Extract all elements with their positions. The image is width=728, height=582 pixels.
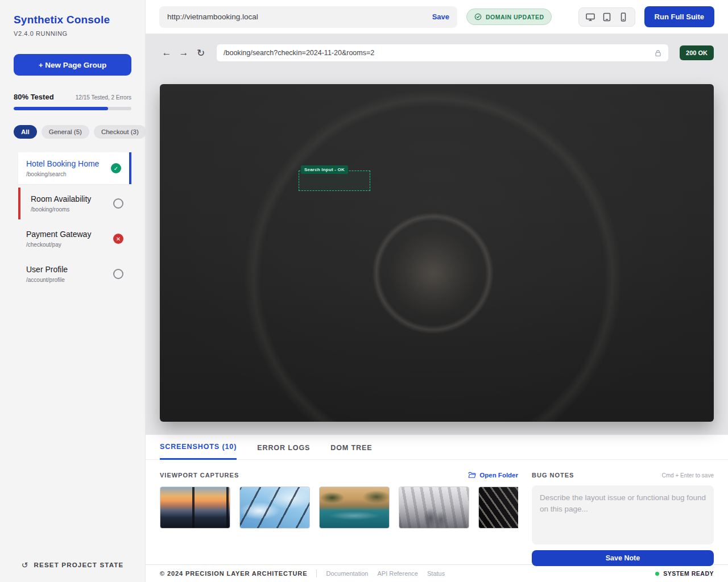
thumbnail-dark-building-stripes[interactable] <box>478 487 518 529</box>
back-icon[interactable]: ← <box>160 44 173 61</box>
page-item-path: /checkout/pay <box>26 242 91 248</box>
new-page-group-button[interactable]: + New Page Group <box>14 54 131 76</box>
thumbnail-city-skyline-sunset[interactable] <box>160 487 230 529</box>
domain-updated-label: DOMAIN UPDATED <box>486 14 544 20</box>
page-list: Hotel Booking Home /booking/search ✓ Roo… <box>14 152 136 290</box>
footer: © 2024 PRECISION LAYER ARCHITECTURE Docu… <box>146 564 728 582</box>
bug-notes-title: BUG NOTES <box>532 472 574 479</box>
desktop-icon[interactable] <box>585 12 595 22</box>
page-item-title: Hotel Booking Home <box>26 159 99 168</box>
page-screenshot-preview: Search Input - OK <box>160 84 714 422</box>
status-passed-icon: ✓ <box>111 163 121 173</box>
test-annotation-box: Search Input - OK <box>299 171 370 191</box>
filter-all[interactable]: All <box>14 125 37 139</box>
refresh-icon[interactable]: ↻ <box>194 44 208 61</box>
footer-link-status[interactable]: Status <box>427 570 445 577</box>
page-item-path: /booking/rooms <box>31 206 91 213</box>
progress-detail: 12/15 Tested, 2 Errors <box>76 94 131 101</box>
page-item-hotel-booking-home[interactable]: Hotel Booking Home /booking/search ✓ <box>18 152 131 184</box>
reset-label: RESET PROJECT STATE <box>34 562 124 568</box>
thumbnail-glass-facade-sky[interactable] <box>239 487 310 529</box>
thumbnail-hotel-pool-courtyard[interactable] <box>319 487 390 529</box>
sidebar: Synthetix Console V2.4.0 RUNNING + New P… <box>0 0 146 582</box>
device-preview-switcher <box>578 7 635 27</box>
filter-chips: All General (5) Checkout (3) <box>14 125 131 139</box>
domain-url-box: Save <box>159 6 457 28</box>
lock-icon <box>655 49 661 57</box>
tablet-icon[interactable] <box>602 12 612 22</box>
page-item-path: /booking/search <box>26 171 99 177</box>
system-status-label: SYSTEM READY <box>663 570 714 577</box>
app-title: Synthetix Console <box>14 14 136 26</box>
main-area: Save DOMAIN UPDATED <box>146 0 728 582</box>
page-item-room-availability[interactable]: Room Availability /booking/rooms <box>18 188 131 219</box>
progress-bar <box>14 107 131 110</box>
forward-icon[interactable]: → <box>177 44 191 61</box>
browser-preview-region: ← → ↻ 200 OK Search Input - OK <box>146 34 728 435</box>
app-window: Synthetix Console V2.4.0 RUNNING + New P… <box>0 0 728 582</box>
open-folder-label: Open Folder <box>479 472 518 479</box>
save-note-button[interactable]: Save Note <box>532 550 714 566</box>
footer-link-api-reference[interactable]: API Reference <box>377 570 418 577</box>
domain-url-input[interactable] <box>167 13 432 21</box>
bug-notes-textarea[interactable] <box>532 485 714 544</box>
status-pending-icon <box>113 269 123 279</box>
page-item-title: Payment Gateway <box>26 230 91 239</box>
page-item-payment-gateway[interactable]: Payment Gateway /checkout/pay ✕ <box>18 223 131 255</box>
reset-icon: ↺ <box>22 560 29 569</box>
page-item-path: /account/profile <box>26 277 68 283</box>
progress-bar-fill <box>14 107 108 110</box>
thumbnail-terminal-interior-blur[interactable] <box>399 487 469 529</box>
page-item-title: Room Availability <box>31 194 91 203</box>
status-pending-icon <box>113 198 123 209</box>
footer-link-documentation[interactable]: Documentation <box>326 570 368 577</box>
domain-updated-badge: DOMAIN UPDATED <box>466 9 552 25</box>
browser-nav-row: ← → ↻ 200 OK <box>146 34 728 61</box>
top-toolbar: Save DOMAIN UPDATED <box>146 0 728 34</box>
reset-project-state-button[interactable]: ↺ RESET PROJECT STATE <box>0 560 145 569</box>
app-version: V2.4.0 RUNNING <box>14 30 136 37</box>
copyright-text: © 2024 PRECISION LAYER ARCHITECTURE <box>160 570 307 577</box>
results-panel: SCREENSHOTS (10) ERROR LOGS DOM TREE VIE… <box>146 435 728 564</box>
tab-error-logs[interactable]: ERROR LOGS <box>257 444 310 459</box>
run-full-suite-button[interactable]: Run Full Suite <box>644 6 714 27</box>
bug-notes-hint: Cmd + Enter to save <box>662 472 714 479</box>
panel-tabbar: SCREENSHOTS (10) ERROR LOGS DOM TREE <box>146 435 728 460</box>
filter-checkout[interactable]: Checkout (3) <box>94 125 146 139</box>
thumbnail-strip <box>160 487 518 529</box>
page-item-title: User Profile <box>26 265 68 274</box>
page-item-user-profile[interactable]: User Profile /account/profile <box>18 258 131 290</box>
folder-icon <box>468 472 476 479</box>
save-domain-button[interactable]: Save <box>432 13 449 21</box>
tab-screenshots[interactable]: SCREENSHOTS (10) <box>160 443 237 460</box>
address-input[interactable] <box>224 49 655 57</box>
progress-percent-label: 80% Tested <box>14 93 54 101</box>
tab-dom-tree[interactable]: DOM TREE <box>330 444 372 459</box>
system-status-dot <box>655 572 659 576</box>
annotation-label: Search Input - OK <box>301 165 348 174</box>
footer-divider <box>316 569 317 577</box>
filter-general[interactable]: General (5) <box>42 125 89 139</box>
mobile-icon[interactable] <box>618 12 628 22</box>
status-error-icon: ✕ <box>113 234 123 244</box>
open-folder-button[interactable]: Open Folder <box>468 472 518 479</box>
address-bar <box>217 44 668 61</box>
viewport-captures-section: VIEWPORT CAPTURES Open Folder <box>160 472 518 566</box>
footer-links: Documentation API Reference Status <box>326 570 445 577</box>
bug-notes-section: BUG NOTES Cmd + Enter to save Save Note <box>532 472 714 566</box>
check-circle-icon <box>474 13 482 20</box>
http-status-badge: 200 OK <box>680 45 714 60</box>
captures-title: VIEWPORT CAPTURES <box>160 472 239 479</box>
